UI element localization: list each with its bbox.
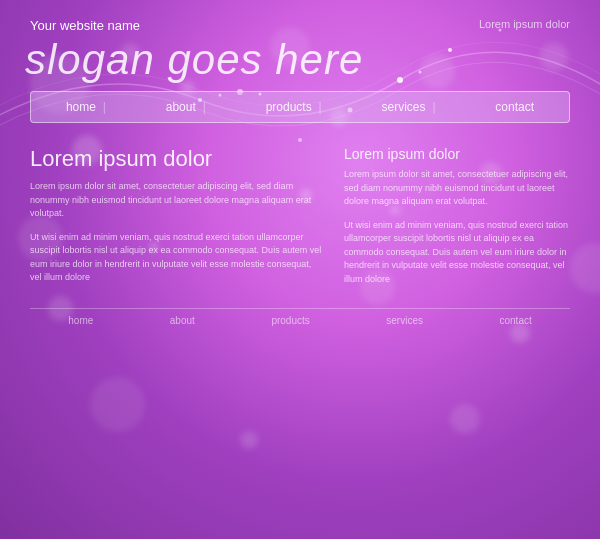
footer-home[interactable]: home xyxy=(68,315,93,326)
nav-home[interactable]: home xyxy=(58,98,104,116)
footer-contact[interactable]: contact xyxy=(499,315,531,326)
right-para2: Ut wisi enim ad minim veniam, quis nostr… xyxy=(344,219,570,287)
left-heading: Lorem ipsum dolor xyxy=(30,146,324,172)
footer-services[interactable]: services xyxy=(386,315,423,326)
nav-services[interactable]: services xyxy=(373,98,433,116)
site-name: Your website name xyxy=(30,18,140,33)
footer-divider xyxy=(30,308,570,309)
nav-bar: home about products services contact xyxy=(30,91,570,123)
content-right: Lorem ipsum dolor Lorem ipsum dolor sit … xyxy=(344,146,570,296)
footer-products[interactable]: products xyxy=(271,315,309,326)
nav-about[interactable]: about xyxy=(158,98,204,116)
header-lorem: Lorem ipsum dolor xyxy=(479,18,570,30)
nav-contact[interactable]: contact xyxy=(487,98,542,116)
page-wrapper: Your website name Lorem ipsum dolor slog… xyxy=(0,0,600,539)
main-content: Lorem ipsum dolor Lorem ipsum dolor sit … xyxy=(0,131,600,296)
footer-nav: home about products services contact xyxy=(0,315,600,326)
header: Your website name Lorem ipsum dolor xyxy=(0,0,600,33)
content-left: Lorem ipsum dolor Lorem ipsum dolor sit … xyxy=(30,146,324,296)
left-para1: Lorem ipsum dolor sit amet, consectetuer… xyxy=(30,180,324,221)
right-para1: Lorem ipsum dolor sit amet, consectetuer… xyxy=(344,168,570,209)
right-heading: Lorem ipsum dolor xyxy=(344,146,570,162)
left-para2: Ut wisi enim ad minim veniam, quis nostr… xyxy=(30,231,324,285)
slogan: slogan goes here xyxy=(0,33,600,83)
footer-about[interactable]: about xyxy=(170,315,195,326)
nav-products[interactable]: products xyxy=(258,98,320,116)
